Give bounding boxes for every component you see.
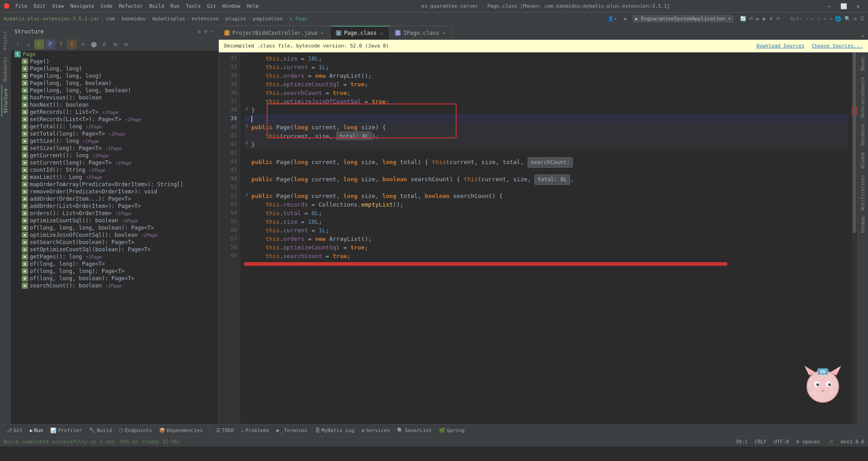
tabs-more-button[interactable]: ▾ [858, 33, 868, 39]
settings-icon[interactable]: ⚙ [203, 28, 208, 35]
list-item[interactable]: m mapOrderToArray(Predicate<OrderItem>):… [11, 181, 218, 188]
keymap-tab[interactable]: Keymap [858, 214, 868, 235]
menu-refactor[interactable]: Refactor [116, 2, 146, 10]
close-button[interactable]: ✕ [852, 2, 864, 11]
git-button[interactable]: ⎇ Git [4, 427, 25, 434]
tab-close-icon[interactable]: ✕ [320, 30, 325, 35]
breadcrumb-segment[interactable]: extension [192, 16, 219, 22]
filter-icon[interactable]: f [56, 39, 66, 49]
structure-tab-left[interactable]: Structure [1, 85, 9, 117]
list-item[interactable]: m hasNext(): boolean [11, 101, 218, 108]
breadcrumb-segment[interactable]: mybatisplus [152, 16, 185, 22]
download-sources-button[interactable]: Download Sources [756, 43, 804, 49]
breadcrumb-segment-class[interactable]: ⊙ Page [289, 16, 307, 22]
menu-run[interactable]: Run [168, 2, 182, 10]
sort-icon[interactable]: ⇅ [197, 28, 202, 35]
breadcrumb-segment[interactable]: com [106, 16, 115, 22]
maximize-button[interactable]: ⬜ [837, 2, 850, 11]
show-fields-icon[interactable]: P [45, 39, 55, 49]
show-inherited-icon[interactable]: C [34, 39, 44, 49]
list-item[interactable]: m countId(): String ↑IPage [11, 166, 218, 174]
project-tab[interactable]: Project [2, 27, 9, 53]
problems-button[interactable]: ⚠ Problems [238, 427, 272, 434]
list-item[interactable]: m Page(long, long, boolean) [11, 80, 218, 87]
list-item[interactable]: m getSize(): long ↑IPage [11, 137, 218, 145]
list-item[interactable]: m Page(long, long) [11, 65, 218, 72]
cursor-position[interactable]: 39:1 [736, 439, 748, 445]
line-ending[interactable]: CRLF [755, 439, 767, 445]
breadcrumb-segment[interactable]: plugins [225, 16, 246, 22]
tab-close-icon[interactable]: ✕ [379, 31, 384, 36]
sort-asc-icon[interactable]: ↑ [13, 39, 23, 49]
list-item[interactable]: m setSearchCount(boolean): Page<T> [11, 239, 218, 246]
menu-file[interactable]: File [13, 2, 30, 10]
list-item[interactable]: m of(long, long, long, boolean): Page<T> [11, 224, 218, 231]
list-item[interactable]: m setSize(long): Page<T> ↑IPage [11, 145, 218, 152]
encoding[interactable]: UTF-8 [774, 439, 789, 445]
run-button[interactable]: ▶ Run [27, 427, 46, 434]
show-members-icon[interactable]: ⬤ [89, 39, 99, 49]
list-item[interactable]: m setCurrent(long): Page<T> ↑IPage [11, 159, 218, 166]
run-config-selector[interactable]: ▶ EsguaranteeSystemApplication ▾ [632, 15, 734, 23]
show-static-icon[interactable]: ⊙ [78, 39, 88, 49]
menu-tools[interactable]: Tools [183, 2, 203, 10]
bookmarks-tab[interactable]: Bookmarks [2, 53, 9, 85]
menu-view[interactable]: View [49, 2, 67, 10]
list-item[interactable]: m optimizeCountSql(): boolean ↑IPage [11, 217, 218, 224]
menu-build[interactable]: Build [146, 2, 167, 10]
list-item[interactable]: m getRecords(): List<T> ↑IPage [11, 108, 218, 116]
breadcrumb-segment[interactable]: pagination [253, 16, 283, 22]
menu-git[interactable]: Git [204, 2, 219, 10]
list-item[interactable]: m Page() [11, 58, 218, 65]
show-anon-icon[interactable]: f [67, 39, 77, 49]
reference-search-tab[interactable]: ReferenceSearch [858, 74, 868, 120]
branch-name[interactable]: dev1.0.6 [840, 439, 864, 445]
tab-page-class[interactable]: ⊙ Page.class ✕ [330, 26, 390, 39]
tab-close-icon[interactable]: ✕ [442, 30, 447, 35]
fold-icon[interactable]: ▽ [244, 123, 250, 128]
notifications-tab[interactable]: Notifications [858, 172, 868, 213]
list-item[interactable]: m getCurrent(): long ↑IPage [11, 152, 218, 159]
fold-icon[interactable]: ▽ [244, 140, 250, 146]
indent-info[interactable]: 4 spaces [796, 439, 820, 445]
menu-window[interactable]: Window [220, 2, 243, 10]
dependencies-button[interactable]: 📦 Dependencies [156, 427, 205, 434]
menu-help[interactable]: Help [244, 2, 262, 10]
list-item[interactable]: m setRecords(List<T>): Page<T> ↑IPage [11, 116, 218, 123]
list-item[interactable]: m searchCount(): boolean ↑IPage [11, 282, 218, 289]
profiler-button[interactable]: 📊 Profiler [47, 427, 85, 434]
menu-navigate[interactable]: Navigate [68, 2, 97, 10]
tab-projectbidd[interactable]: J ProjectBiddController.java ✕ [219, 26, 330, 39]
breadcrumb-segment[interactable]: baomidou [122, 16, 146, 22]
menu-edit[interactable]: Edit [31, 2, 49, 10]
fold-icon[interactable]: ▽ [244, 106, 250, 111]
list-item[interactable]: m orders(): List<OrderItem> ↑IPage [11, 210, 218, 217]
mybatis-log-button[interactable]: 🗄 MyBatis Log [312, 427, 357, 434]
list-item[interactable]: m of(long, long, long): Page<T> [11, 268, 218, 275]
endpoints-button[interactable]: ⬡ Endpoints [116, 427, 155, 434]
fold-icon[interactable]: ▽ [244, 192, 250, 197]
list-item[interactable]: m of(long, long): Page<T> [11, 260, 218, 268]
minimize-structure-icon[interactable]: − [210, 28, 215, 35]
services-button[interactable]: ⚙ Services [359, 427, 393, 434]
list-item[interactable]: m addOrder(List<OrderItem>): Page<T> [11, 202, 218, 210]
acoder-tab[interactable]: ACodeR [858, 150, 868, 171]
terminal-button[interactable]: ▶_ Terminal [274, 427, 311, 434]
menu-code[interactable]: Code [98, 2, 115, 10]
breadcrumb-segment[interactable]: mybatis-plus-extension-3.5.1.jar [4, 16, 99, 22]
list-item[interactable]: m getPages(): long ↑IPage [11, 253, 218, 260]
horizontal-scrollbar[interactable] [244, 262, 727, 266]
list-item[interactable]: m maxLimit(): Long ↑IPage [11, 174, 218, 181]
list-item[interactable]: m addOrder(OrderItem...): Page<T> [11, 195, 218, 202]
list-item[interactable]: m setOptimizeCountSql(boolean): Page<T> [11, 246, 218, 253]
spring-button[interactable]: 🌿 Spring [436, 427, 467, 434]
maven-tab[interactable]: Maven [858, 54, 868, 73]
list-item[interactable]: m of(long, long, boolean): Page<T> [11, 275, 218, 282]
minimap-thumb[interactable] [853, 52, 856, 233]
list-item[interactable]: m hasPrevious(): boolean [11, 94, 218, 101]
collapse-all-icon[interactable]: ⊟ [121, 39, 131, 49]
list-item[interactable]: m getTotal(): long ↑IPage [11, 123, 218, 130]
show-lambda-icon[interactable]: Λ [99, 39, 109, 49]
list-item[interactable]: m removeOrder(Predicate<OrderItem>): voi… [11, 188, 218, 195]
minimize-button[interactable]: — [823, 2, 835, 11]
